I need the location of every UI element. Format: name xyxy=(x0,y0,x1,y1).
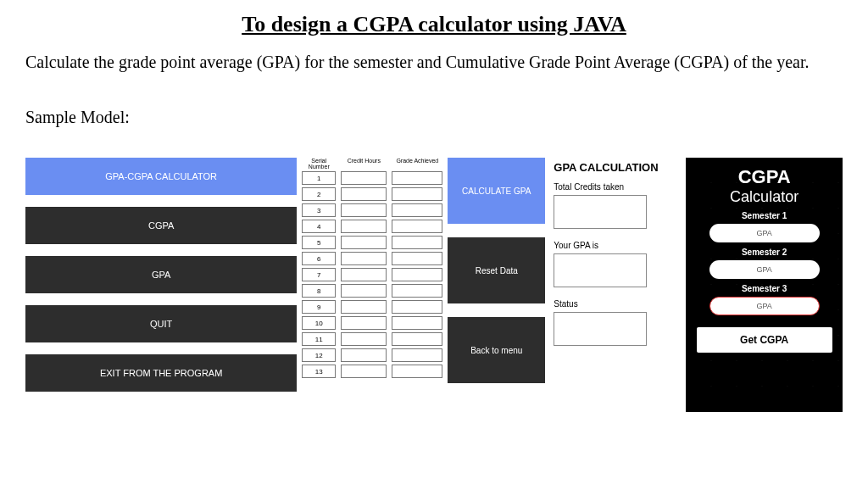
grade-table-row: 11 xyxy=(302,332,442,346)
grade-cell[interactable] xyxy=(392,171,442,185)
serial-cell: 10 xyxy=(302,316,336,330)
semester-3-gpa-field[interactable]: GPA xyxy=(709,297,820,315)
grade-cell[interactable] xyxy=(392,236,442,249)
grade-table-row: 3 xyxy=(302,203,442,217)
col-serial-header: Serial Number xyxy=(302,158,336,170)
credit-hours-cell[interactable] xyxy=(341,187,387,201)
grade-table-row: 12 xyxy=(302,348,442,362)
grade-table-row: 6 xyxy=(302,252,442,265)
semester-2-gpa-field[interactable]: GPA xyxy=(709,260,820,279)
credit-hours-cell[interactable] xyxy=(341,171,387,185)
cgpa-dark-panel: CGPA Calculator Semester 1 GPA Semester … xyxy=(686,158,843,412)
grade-table-row: 7 xyxy=(302,268,442,281)
col-credit-header: Credit Hours xyxy=(341,158,387,170)
credit-hours-cell[interactable] xyxy=(341,348,387,362)
grade-table-row: 9 xyxy=(302,300,442,314)
grade-table-row: 2 xyxy=(302,187,442,201)
grade-table-panel: Serial Number Credit Hours Grade Achieve… xyxy=(302,158,442,381)
serial-cell: 5 xyxy=(302,236,336,249)
semester-1-label: Semester 1 xyxy=(694,211,834,220)
grade-cell[interactable] xyxy=(392,316,442,330)
your-gpa-label: Your GPA is xyxy=(554,241,681,250)
grade-table-row: 10 xyxy=(302,316,442,330)
gpa-calc-panel: CALCULATE GPA Reset Data Back to menu GP… xyxy=(448,158,681,383)
grade-table-row: 5 xyxy=(302,236,442,249)
sample-label: Sample Model: xyxy=(25,108,843,127)
grade-cell[interactable] xyxy=(392,187,442,201)
total-credits-field[interactable] xyxy=(554,195,647,229)
semester-2-label: Semester 2 xyxy=(694,248,834,257)
credit-hours-cell[interactable] xyxy=(341,365,387,378)
grade-cell[interactable] xyxy=(392,220,442,233)
cgpa-title-2: Calculator xyxy=(694,188,834,206)
serial-cell: 9 xyxy=(302,300,336,314)
menu-panel: GPA-CGPA CALCULATOR CGPA GPA QUIT EXIT F… xyxy=(25,158,297,404)
credit-hours-cell[interactable] xyxy=(341,203,387,217)
credit-hours-cell[interactable] xyxy=(341,316,387,330)
semester-3-label: Semester 3 xyxy=(694,284,834,293)
cgpa-title-1: CGPA xyxy=(694,166,834,188)
grade-cell[interactable] xyxy=(392,348,442,362)
serial-cell: 1 xyxy=(302,171,336,185)
credit-hours-cell[interactable] xyxy=(341,268,387,281)
semester-1-gpa-field[interactable]: GPA xyxy=(709,224,820,242)
grade-cell[interactable] xyxy=(392,300,442,314)
grade-table-row: 13 xyxy=(302,365,442,378)
grade-table-row: 1 xyxy=(302,171,442,185)
grade-cell[interactable] xyxy=(392,203,442,217)
gpa-calc-title: GPA CALCULATION xyxy=(554,161,681,174)
serial-cell: 2 xyxy=(302,187,336,201)
grade-table-row: 4 xyxy=(302,220,442,233)
grade-cell[interactable] xyxy=(392,365,442,378)
grade-cell[interactable] xyxy=(392,252,442,265)
back-to-menu-button[interactable]: Back to menu xyxy=(448,317,545,383)
sample-panels: GPA-CGPA CALCULATOR CGPA GPA QUIT EXIT F… xyxy=(25,158,843,412)
get-cgpa-button[interactable]: Get CGPA xyxy=(697,327,832,353)
total-credits-label: Total Credits taken xyxy=(554,182,681,192)
serial-cell: 6 xyxy=(302,252,336,265)
credit-hours-cell[interactable] xyxy=(341,220,387,233)
grade-table-row: 8 xyxy=(302,284,442,298)
description: Calculate the grade point average (GPA) … xyxy=(25,51,843,74)
menu-cgpa-button[interactable]: CGPA xyxy=(25,207,297,244)
status-field[interactable] xyxy=(554,312,647,346)
page-title: To design a CGPA calculator using JAVA xyxy=(25,12,843,37)
reset-data-button[interactable]: Reset Data xyxy=(448,237,545,303)
serial-cell: 3 xyxy=(302,203,336,217)
serial-cell: 7 xyxy=(302,268,336,281)
your-gpa-field[interactable] xyxy=(554,253,647,287)
serial-cell: 11 xyxy=(302,332,336,346)
grade-cell[interactable] xyxy=(392,284,442,298)
serial-cell: 8 xyxy=(302,284,336,298)
grade-table-header: Serial Number Credit Hours Grade Achieve… xyxy=(302,158,442,170)
credit-hours-cell[interactable] xyxy=(341,300,387,314)
status-label: Status xyxy=(554,299,681,309)
serial-cell: 13 xyxy=(302,365,336,378)
menu-gpa-button[interactable]: GPA xyxy=(25,256,297,293)
grade-cell[interactable] xyxy=(392,268,442,281)
menu-quit-button[interactable]: QUIT xyxy=(25,305,297,342)
credit-hours-cell[interactable] xyxy=(341,284,387,298)
credit-hours-cell[interactable] xyxy=(341,252,387,265)
col-grade-header: Grade Achieved xyxy=(392,158,442,170)
serial-cell: 4 xyxy=(302,220,336,233)
serial-cell: 12 xyxy=(302,348,336,362)
grade-cell[interactable] xyxy=(392,332,442,346)
calculate-gpa-button[interactable]: CALCULATE GPA xyxy=(448,158,545,224)
credit-hours-cell[interactable] xyxy=(341,236,387,249)
menu-top-button[interactable]: GPA-CGPA CALCULATOR xyxy=(25,158,297,195)
menu-exit-button[interactable]: EXIT FROM THE PROGRAM xyxy=(25,354,297,392)
credit-hours-cell[interactable] xyxy=(341,332,387,346)
